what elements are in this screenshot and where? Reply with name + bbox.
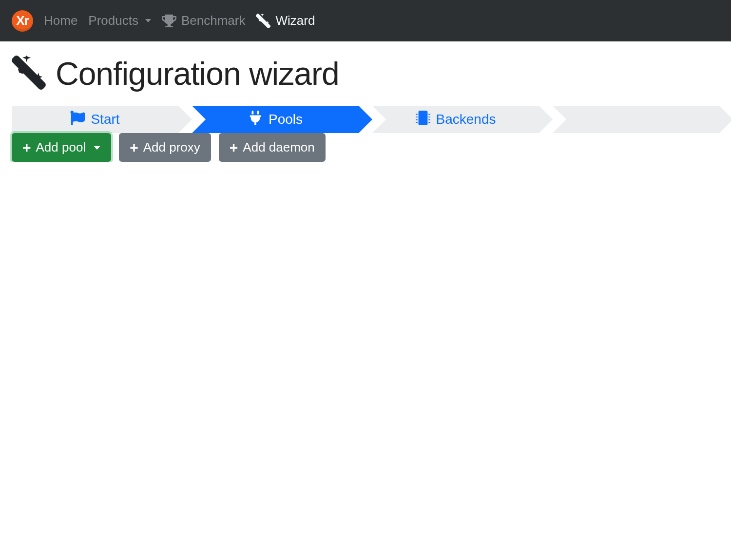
chevron-down-icon: [94, 146, 100, 150]
plus-icon: +: [130, 140, 138, 155]
step-pools[interactable]: Pools: [192, 106, 359, 133]
brand-logo[interactable]: Xr: [12, 10, 33, 32]
step-pools-label: Pools: [269, 112, 303, 127]
add-daemon-button[interactable]: + Add daemon: [219, 133, 326, 162]
nav-home[interactable]: Home: [44, 13, 77, 28]
page-header: Configuration wizard: [0, 41, 731, 106]
magic-wand-icon: [12, 56, 46, 92]
nav-products[interactable]: Products: [88, 13, 151, 28]
step-backends[interactable]: Backends: [372, 106, 539, 133]
nav-wizard-label: Wizard: [275, 13, 315, 28]
add-proxy-label: Add proxy: [143, 140, 200, 155]
step-backends-label: Backends: [436, 112, 496, 127]
wizard-stepper: Start Pools Backends: [0, 106, 731, 133]
add-pool-label: Add pool: [36, 140, 86, 155]
step-start-label: Start: [91, 112, 119, 127]
plug-icon: [248, 111, 263, 129]
page-title: Configuration wizard: [56, 55, 339, 92]
top-navbar: Xr Home Products Benchmark Wizard: [0, 0, 731, 41]
step-start[interactable]: Start: [12, 106, 178, 133]
magic-wand-icon: [256, 14, 270, 28]
add-daemon-label: Add daemon: [243, 140, 314, 155]
chevron-down-icon: [145, 19, 151, 22]
add-proxy-button[interactable]: + Add proxy: [119, 133, 211, 162]
trophy-icon: [162, 14, 176, 28]
nav-benchmark-label: Benchmark: [181, 13, 246, 28]
pool-actions: + Add pool Custom pool gntl.co.uk hashva…: [0, 133, 731, 162]
flag-icon: [70, 111, 85, 129]
nav-products-label: Products: [88, 13, 138, 28]
nav-benchmark[interactable]: Benchmark: [162, 13, 246, 28]
step-next-placeholder[interactable]: [553, 106, 719, 133]
plus-icon: +: [230, 140, 238, 155]
microchip-icon: [416, 111, 430, 129]
add-pool-button[interactable]: + Add pool: [12, 133, 111, 162]
nav-wizard[interactable]: Wizard: [256, 13, 315, 28]
plus-icon: +: [22, 140, 31, 155]
nav-home-label: Home: [44, 13, 77, 28]
